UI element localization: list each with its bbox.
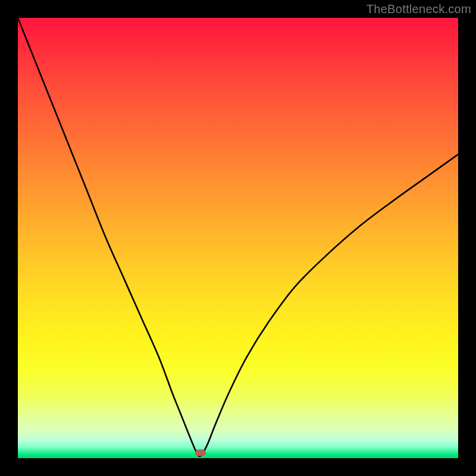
watermark-text: TheBottleneck.com [367,2,471,16]
bottleneck-curve [18,18,458,458]
plot-area [18,18,458,458]
chart-container: TheBottleneck.com [0,0,476,476]
optimal-marker [195,450,206,456]
